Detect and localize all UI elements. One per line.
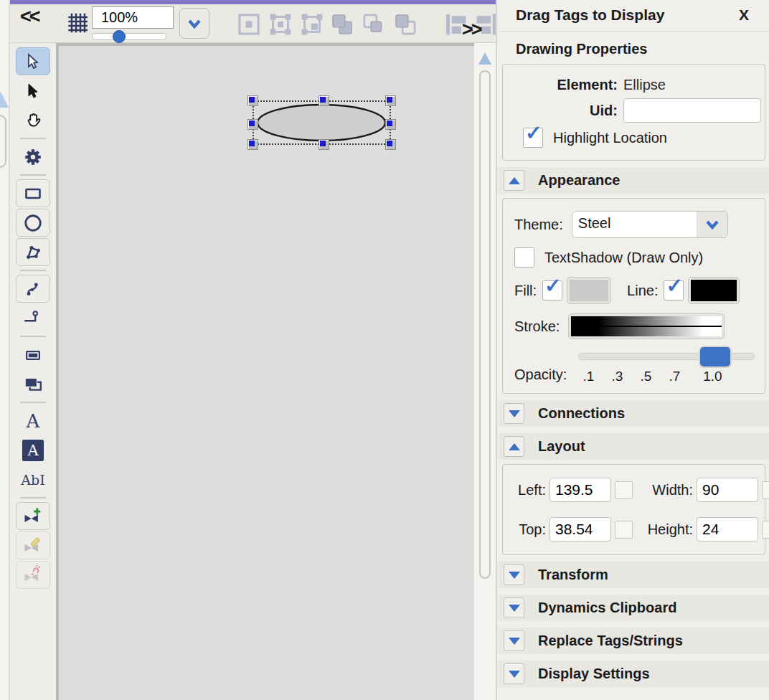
collapse-button[interactable]: [504, 663, 524, 684]
height-label: Height:: [636, 521, 693, 538]
line-checkbox[interactable]: ✓: [664, 280, 684, 301]
send-to-back-icon[interactable]: [393, 12, 417, 37]
width-field[interactable]: [697, 478, 758, 502]
tool-divider: [20, 174, 46, 176]
regroup-icon[interactable]: [300, 12, 324, 37]
layout-box: Left: Width: Top: Height:: [502, 464, 765, 555]
section-layout[interactable]: Layout: [499, 433, 769, 460]
theme-select[interactable]: Steel: [572, 211, 728, 238]
section-display-settings[interactable]: Display Settings: [499, 661, 769, 687]
chevron-up-icon: [509, 443, 520, 450]
theme-dropdown-button[interactable]: [697, 212, 727, 237]
section-connections[interactable]: Connections: [499, 400, 769, 427]
element-row: Element: Ellipse: [509, 77, 759, 93]
zoom-slider[interactable]: [92, 33, 166, 40]
panel-divider: [499, 31, 769, 32]
tool-pointer[interactable]: [16, 77, 50, 105]
selected-ellipse[interactable]: [253, 100, 391, 145]
zoom-dropdown-button[interactable]: [179, 8, 209, 39]
top-field[interactable]: [549, 517, 611, 541]
line-color-swatch[interactable]: [688, 277, 740, 304]
tool-path[interactable]: [16, 275, 50, 303]
stroke-style-button[interactable]: [568, 313, 725, 339]
fill-color-swatch[interactable]: [567, 277, 611, 304]
tool-select[interactable]: [16, 47, 50, 75]
ungroup-icon[interactable]: [268, 12, 293, 37]
toolbar-expand-button[interactable]: >>: [462, 19, 481, 41]
text-filled-tool-icon: A: [22, 440, 44, 461]
top-lock-box[interactable]: [615, 521, 633, 539]
resize-handle-top-left[interactable]: [247, 95, 258, 106]
scroll-thumb[interactable]: [479, 70, 491, 579]
textshadow-checkbox[interactable]: [514, 247, 534, 268]
opacity-slider[interactable]: .1 .3 .5 .7 1.0: [578, 349, 758, 384]
toolbar-collapse-button[interactable]: <<: [20, 6, 39, 28]
tool-text-input[interactable]: AbI: [16, 465, 50, 493]
bring-to-front-icon[interactable]: [330, 12, 354, 37]
grid-toggle-icon[interactable]: [66, 11, 89, 34]
resize-handle-bottom-left[interactable]: [247, 139, 258, 150]
zoom-slider-knob[interactable]: [113, 30, 126, 43]
group-icon[interactable]: [237, 12, 261, 37]
height-field[interactable]: [697, 517, 758, 541]
chevron-down-icon: [509, 605, 520, 612]
highlight-location-checkbox[interactable]: ✓: [523, 128, 543, 148]
section-transform[interactable]: Transform: [499, 562, 769, 588]
tool-text-filled[interactable]: A: [16, 436, 50, 464]
chevron-up-icon: [509, 177, 520, 184]
collapse-button[interactable]: [504, 564, 524, 585]
tool-edit-symbol[interactable]: [16, 531, 50, 559]
chevron-down-icon: [509, 572, 520, 579]
section-display-settings-title: Display Settings: [538, 666, 650, 682]
tool-add-symbol[interactable]: [16, 502, 50, 530]
tool-shapes-stack[interactable]: [16, 370, 50, 398]
section-appearance[interactable]: Appearance: [499, 167, 769, 194]
collapse-button[interactable]: [504, 170, 524, 191]
opacity-handle[interactable]: [699, 346, 732, 368]
left-lock-box[interactable]: [615, 481, 633, 499]
resize-handle-bottom-middle[interactable]: [319, 139, 329, 150]
tool-unlink-symbol[interactable]: [16, 561, 50, 589]
resize-handle-middle-left[interactable]: [247, 119, 258, 130]
textshadow-label: TextShadow (Draw Only): [544, 250, 703, 266]
section-replace-tags[interactable]: Replace Tags/Strings: [499, 628, 769, 654]
drawing-editor-app: <<: [0, 0, 769, 700]
tool-settings[interactable]: [16, 143, 50, 171]
tool-rectangle[interactable]: [16, 179, 50, 207]
checkmark-icon: ✓: [525, 123, 542, 143]
fill-checkbox[interactable]: ✓: [542, 280, 562, 301]
canvas-scrollbar[interactable]: [474, 43, 496, 700]
uid-field[interactable]: [623, 98, 761, 123]
close-icon[interactable]: X: [739, 6, 749, 24]
uid-label: Uid:: [509, 103, 623, 119]
collapse-button[interactable]: [504, 436, 524, 457]
bring-forward-icon[interactable]: [362, 12, 386, 37]
checkmark-icon: ✓: [666, 276, 682, 296]
width-lock-box[interactable]: [762, 481, 769, 499]
height-lock-box[interactable]: [762, 521, 769, 539]
collapse-button[interactable]: [504, 630, 524, 651]
tool-connector[interactable]: [16, 304, 50, 332]
resize-handle-middle-right[interactable]: [385, 119, 396, 130]
tool-divider: [20, 336, 46, 337]
chevron-down-icon: [509, 638, 520, 645]
scroll-up-icon[interactable]: [478, 52, 491, 65]
tool-text[interactable]: A: [16, 407, 50, 435]
resize-handle-top-middle[interactable]: [319, 95, 329, 106]
tool-polygon[interactable]: [16, 238, 50, 266]
drawing-canvas[interactable]: [56, 43, 474, 700]
resize-handle-bottom-right[interactable]: [385, 139, 396, 150]
clipped-scroll-up-icon: [0, 92, 9, 108]
element-value: Ellipse: [623, 77, 666, 93]
opacity-tick: .3: [606, 369, 628, 384]
collapse-button[interactable]: [504, 597, 524, 618]
tool-image-box[interactable]: [16, 341, 50, 369]
element-label: Element:: [509, 77, 623, 93]
left-field[interactable]: [549, 478, 611, 502]
section-dynamics-clipboard[interactable]: Dynamics Clipboard: [499, 595, 769, 621]
zoom-input[interactable]: [92, 6, 174, 29]
resize-handle-top-right[interactable]: [385, 95, 396, 106]
tool-pan[interactable]: [16, 106, 50, 134]
collapse-button[interactable]: [504, 403, 524, 424]
tool-ellipse[interactable]: [16, 209, 50, 237]
